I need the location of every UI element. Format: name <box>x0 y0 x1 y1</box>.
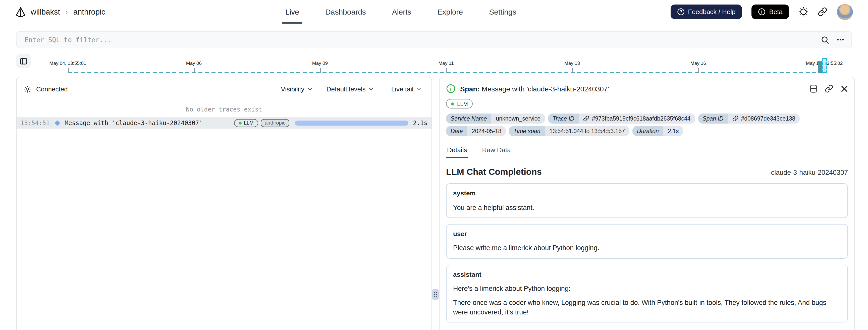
app: willbakst › anthropic Live Dashboards Al… <box>0 0 868 330</box>
timeline-chart[interactable]: May 04, 13:55:01 May 06 May 09 May 11 Ma… <box>0 52 868 76</box>
search-icon[interactable] <box>821 35 829 44</box>
llm-badge: LLM <box>234 119 258 127</box>
sql-filter-input[interactable] <box>24 35 821 44</box>
span-details-panel: Span: Message with 'claude-3-haiku-20240… <box>439 77 855 330</box>
split-view-icon[interactable] <box>810 84 817 93</box>
link-icon <box>733 116 738 122</box>
traces-panel: Connected Visibility Default levels Live <box>16 77 432 330</box>
chevron-down-icon <box>307 87 312 90</box>
model-name: claude-3-haiku-20240307 <box>771 169 848 176</box>
timeline-tick <box>572 68 573 73</box>
traces-panel-header: Connected Visibility Default levels Live <box>17 77 432 100</box>
info-icon <box>758 8 766 16</box>
chevron-down-icon <box>416 87 422 90</box>
chevron-down-icon <box>369 87 374 90</box>
message-text: You are a helpful assistant. <box>453 203 841 212</box>
nav-item-live[interactable]: Live <box>282 0 302 24</box>
nav-item-settings[interactable]: Settings <box>486 0 519 24</box>
no-older-traces-message: No older traces exist <box>17 100 432 117</box>
status-text: Connected <box>36 85 68 93</box>
time-histogram: May 04, 13:55:01 May 06 May 09 May 11 Ma… <box>0 52 868 76</box>
span-info-icon <box>446 84 456 93</box>
beta-button[interactable]: Beta <box>752 4 789 19</box>
property-span-id[interactable]: Span ID #d08697de343ce138 <box>698 114 800 124</box>
trace-marker-icon <box>54 120 60 126</box>
nav-item-explore[interactable]: Explore <box>434 0 466 24</box>
breadcrumb-org[interactable]: willbakst <box>31 7 60 16</box>
app-logo-icon <box>15 6 26 17</box>
tab-details[interactable]: Details <box>446 143 468 158</box>
llm-section-header: LLM Chat Completions claude-3-haiku-2024… <box>446 167 848 177</box>
sql-filter-bar <box>16 31 852 48</box>
timeline-label: May 13 <box>564 60 580 66</box>
nav-item-dashboards[interactable]: Dashboards <box>322 0 369 24</box>
timeline-label: May 06 <box>186 60 202 66</box>
message-role: user <box>453 230 841 238</box>
message-text: There once was a coder who knew, Logging… <box>453 299 841 317</box>
feedback-help-button[interactable]: Feedback / Help <box>670 4 742 19</box>
timeline-tick <box>446 68 447 73</box>
connection-status: Connected <box>24 85 68 93</box>
section-title: LLM Chat Completions <box>446 167 542 177</box>
timeline-label: May 04, 13:55:01 <box>50 60 86 66</box>
property-trace-id[interactable]: Trace ID #973fba5919cf9c618aafdb2635f68c… <box>548 114 695 124</box>
duration-bar <box>295 120 408 125</box>
span-title: Span: Message with 'claude-3-haiku-20240… <box>460 85 609 93</box>
breadcrumb-project[interactable]: anthropic <box>73 7 105 16</box>
trace-row[interactable]: 13:54:51 Message with 'claude-3-haiku-20… <box>17 117 432 128</box>
nav-item-alerts[interactable]: Alerts <box>389 0 414 24</box>
timeline-tick <box>194 68 195 73</box>
timeline-label: May 09 <box>312 60 328 66</box>
message-card-assistant: assistant Here's a limerick about Python… <box>446 265 848 322</box>
copy-link-icon[interactable] <box>825 84 833 93</box>
message-text: Here's a limerick about Python logging: <box>453 284 841 293</box>
duration-value: 2.1s <box>413 119 428 126</box>
tab-raw-data[interactable]: Raw Data <box>481 143 512 158</box>
message-card-user: user Please write me a limerick about Py… <box>446 224 848 259</box>
timeline-histogram-bar <box>818 61 823 73</box>
property-date: Date 2024-05-18 <box>446 126 506 136</box>
visibility-dropdown[interactable]: Visibility <box>274 77 319 100</box>
property-duration: Duration 2.1s <box>632 126 683 136</box>
timeline-tick <box>68 68 68 73</box>
span-header: Span: Message with 'claude-3-haiku-20240… <box>446 77 848 93</box>
timeline-selection[interactable] <box>822 58 827 73</box>
share-link-icon[interactable] <box>818 7 827 17</box>
main-nav: Live Dashboards Alerts Explore Settings <box>282 0 519 24</box>
link-icon <box>583 116 589 122</box>
more-options-icon[interactable] <box>836 36 844 44</box>
timeline-label: May 11 <box>438 60 454 66</box>
theme-toggle-icon[interactable] <box>799 7 808 17</box>
green-dot-icon <box>238 121 241 124</box>
span-properties: Service Name unknown_service Trace ID #9… <box>446 114 848 136</box>
close-icon[interactable] <box>841 85 848 92</box>
breadcrumb[interactable]: willbakst › anthropic <box>15 6 105 17</box>
navbar-actions: Feedback / Help Beta <box>670 4 853 20</box>
default-levels-dropdown[interactable]: Default levels <box>319 77 381 100</box>
top-navbar: willbakst › anthropic Live Dashboards Al… <box>0 0 868 24</box>
trace-timestamp: 13:54:51 <box>21 119 50 126</box>
span-tabs: Details Raw Data <box>446 143 848 158</box>
message-role: assistant <box>453 270 841 279</box>
trace-title: Message with 'claude-3-haiku-20240307' <box>65 119 203 126</box>
anthropic-badge: anthropic <box>261 119 289 127</box>
panel-resize-handle[interactable] <box>432 289 439 300</box>
message-text: Please write me a limerick about Python … <box>453 244 841 253</box>
green-dot-icon <box>451 102 454 105</box>
live-tail-dropdown[interactable]: Live tail <box>381 77 432 100</box>
property-time-span: Time span 13:54:51.044 to 13:54:53.157 <box>509 126 629 136</box>
timeline-baseline <box>68 72 818 73</box>
timeline-label: May 16 <box>690 60 706 66</box>
gear-icon[interactable] <box>24 85 31 93</box>
message-role: system <box>453 189 841 198</box>
user-avatar[interactable] <box>837 4 853 20</box>
timeline-tick <box>698 68 699 73</box>
breadcrumb-separator-icon: › <box>66 8 68 16</box>
help-icon <box>677 8 684 16</box>
message-card-system: system You are a helpful assistant. <box>446 183 848 218</box>
timeline-tick <box>320 68 321 73</box>
property-service-name: Service Name unknown_service <box>446 114 545 124</box>
span-type-badge: LLM <box>446 99 473 109</box>
